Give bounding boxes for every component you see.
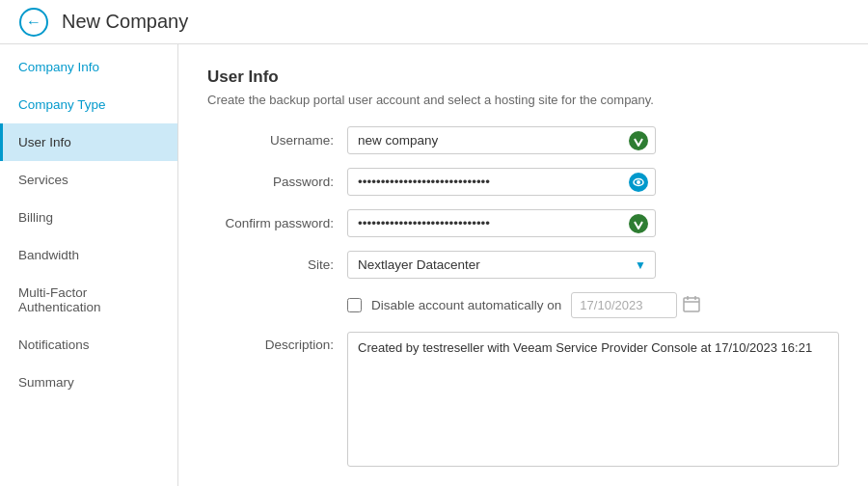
site-row: Site: Nextlayer Datacenter ▼ [207, 251, 839, 279]
veeam-icon-username [629, 131, 648, 150]
disable-date-input[interactable] [571, 292, 677, 318]
sidebar-item-user-info[interactable]: User Info [0, 123, 177, 161]
disable-label: Disable account automatically on [371, 298, 561, 312]
confirm-password-input[interactable] [347, 209, 656, 237]
confirm-password-input-wrap [347, 209, 656, 237]
password-row: Password: [207, 168, 839, 196]
eye-icon-password[interactable] [629, 173, 648, 192]
svg-point-0 [629, 131, 648, 150]
confirm-password-row: Confirm password: [207, 209, 839, 237]
sidebar-item-billing[interactable]: Billing [0, 199, 177, 236]
disable-account-row: Disable account automatically on [347, 292, 839, 318]
section-title: User Info [207, 68, 839, 87]
confirm-password-label: Confirm password: [207, 216, 347, 230]
sidebar-item-mfa[interactable]: Multi-Factor Authentication [0, 274, 177, 326]
veeam-icon-confirm [629, 214, 648, 233]
header: ← New Company [0, 0, 868, 44]
password-input-wrap [347, 168, 656, 196]
site-select-wrap: Nextlayer Datacenter ▼ [347, 251, 656, 279]
main-content: User Info Create the backup portal user … [178, 44, 868, 486]
sidebar-item-services[interactable]: Services [0, 161, 177, 199]
calendar-icon[interactable] [683, 295, 700, 316]
description-row: Description: Created by testreseller wit… [207, 332, 839, 467]
svg-point-3 [637, 180, 640, 184]
back-icon: ← [26, 14, 41, 31]
sidebar: Company Info Company Type User Info Serv… [0, 44, 178, 486]
back-button[interactable]: ← [19, 8, 48, 37]
section-subtitle: Create the backup portal user account an… [207, 93, 839, 107]
password-input[interactable] [347, 168, 656, 196]
svg-rect-5 [684, 298, 699, 311]
site-select[interactable]: Nextlayer Datacenter [347, 251, 656, 279]
username-input-wrap [347, 126, 656, 154]
username-input[interactable] [347, 126, 656, 154]
sidebar-item-bandwidth[interactable]: Bandwidth [0, 236, 177, 274]
page-title: New Company [62, 11, 188, 33]
disable-checkbox[interactable] [347, 298, 362, 312]
description-textarea[interactable]: Created by testreseller with Veeam Servi… [347, 332, 839, 467]
site-label: Site: [207, 257, 347, 272]
username-row: Username: [207, 126, 839, 154]
main-layout: Company Info Company Type User Info Serv… [0, 44, 868, 486]
description-label: Description: [207, 332, 347, 352]
sidebar-item-notifications[interactable]: Notifications [0, 326, 177, 364]
sidebar-item-company-type[interactable]: Company Type [0, 86, 177, 123]
password-label: Password: [207, 175, 347, 189]
svg-point-4 [629, 214, 648, 233]
username-label: Username: [207, 133, 347, 148]
sidebar-item-summary[interactable]: Summary [0, 364, 177, 401]
sidebar-item-company-info[interactable]: Company Info [0, 48, 177, 86]
